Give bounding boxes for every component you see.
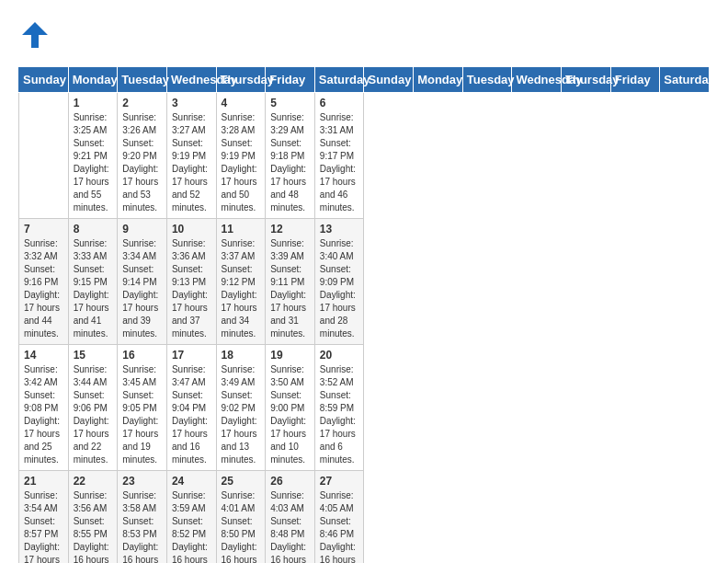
calendar-cell: 17Sunrise: 3:47 AM Sunset: 9:04 PM Dayli…	[166, 345, 216, 471]
day-info: Sunrise: 3:39 AM Sunset: 9:11 PM Dayligh…	[270, 237, 310, 340]
day-info: Sunrise: 3:42 AM Sunset: 9:08 PM Dayligh…	[24, 363, 63, 466]
calendar-cell: 11Sunrise: 3:37 AM Sunset: 9:12 PM Dayli…	[216, 219, 266, 345]
calendar-day-header: Sunday	[19, 67, 69, 93]
day-info: Sunrise: 3:27 AM Sunset: 9:19 PM Dayligh…	[172, 111, 211, 214]
day-info: Sunrise: 3:31 AM Sunset: 9:17 PM Dayligh…	[320, 111, 359, 214]
calendar-cell: 18Sunrise: 3:49 AM Sunset: 9:02 PM Dayli…	[216, 345, 266, 471]
calendar-day-header: Sunday	[364, 67, 414, 93]
calendar-day-header: Thursday	[562, 67, 611, 93]
day-number: 21	[24, 475, 63, 488]
day-number: 8	[74, 223, 113, 236]
day-number: 3	[172, 97, 211, 109]
day-info: Sunrise: 3:25 AM Sunset: 9:21 PM Dayligh…	[74, 111, 113, 214]
day-number: 25	[222, 475, 261, 488]
calendar-cell: 4Sunrise: 3:28 AM Sunset: 9:19 PM Daylig…	[216, 93, 266, 219]
calendar-day-header: Thursday	[216, 67, 266, 93]
day-info: Sunrise: 3:50 AM Sunset: 9:00 PM Dayligh…	[270, 363, 310, 466]
calendar-cell: 3Sunrise: 3:27 AM Sunset: 9:19 PM Daylig…	[166, 93, 216, 219]
calendar-day-header: Monday	[68, 67, 118, 93]
calendar-cell	[19, 93, 69, 219]
calendar-day-header: Wednesday	[512, 67, 562, 93]
day-info: Sunrise: 3:49 AM Sunset: 9:02 PM Dayligh…	[222, 363, 261, 466]
calendar-cell: 23Sunrise: 3:58 AM Sunset: 8:53 PM Dayli…	[118, 471, 167, 564]
day-number: 15	[74, 349, 113, 362]
calendar-cell: 26Sunrise: 4:03 AM Sunset: 8:48 PM Dayli…	[266, 471, 315, 564]
day-info: Sunrise: 3:34 AM Sunset: 9:14 PM Dayligh…	[122, 237, 162, 340]
calendar-day-header: Wednesday	[166, 67, 216, 93]
calendar-day-header: Tuesday	[462, 67, 512, 93]
day-number: 7	[24, 223, 63, 236]
day-number: 5	[270, 97, 310, 109]
day-info: Sunrise: 4:01 AM Sunset: 8:50 PM Dayligh…	[222, 489, 261, 563]
logo-icon	[18, 18, 51, 52]
calendar-day-header: Saturday	[314, 67, 364, 93]
calendar-header-row: SundayMondayTuesdayWednesdayThursdayFrid…	[19, 67, 710, 93]
day-info: Sunrise: 3:59 AM Sunset: 8:52 PM Dayligh…	[172, 489, 211, 563]
day-info: Sunrise: 3:29 AM Sunset: 9:18 PM Dayligh…	[270, 111, 310, 214]
calendar-cell: 7Sunrise: 3:32 AM Sunset: 9:16 PM Daylig…	[19, 219, 69, 345]
calendar-cell: 14Sunrise: 3:42 AM Sunset: 9:08 PM Dayli…	[19, 345, 69, 471]
day-number: 24	[172, 475, 211, 488]
svg-marker-0	[22, 22, 48, 48]
calendar-cell: 8Sunrise: 3:33 AM Sunset: 9:15 PM Daylig…	[68, 219, 118, 345]
day-number: 2	[122, 97, 162, 109]
calendar-cell: 6Sunrise: 3:31 AM Sunset: 9:17 PM Daylig…	[314, 93, 364, 219]
day-info: Sunrise: 3:26 AM Sunset: 9:20 PM Dayligh…	[122, 111, 162, 214]
day-info: Sunrise: 3:47 AM Sunset: 9:04 PM Dayligh…	[172, 363, 211, 466]
day-info: Sunrise: 3:52 AM Sunset: 8:59 PM Dayligh…	[320, 363, 359, 466]
calendar-cell: 12Sunrise: 3:39 AM Sunset: 9:11 PM Dayli…	[266, 219, 315, 345]
calendar-table: SundayMondayTuesdayWednesdayThursdayFrid…	[18, 66, 710, 563]
calendar-cell: 10Sunrise: 3:36 AM Sunset: 9:13 PM Dayli…	[166, 219, 216, 345]
day-info: Sunrise: 3:56 AM Sunset: 8:55 PM Dayligh…	[74, 489, 113, 563]
day-number: 6	[320, 97, 359, 109]
calendar-cell: 16Sunrise: 3:45 AM Sunset: 9:05 PM Dayli…	[118, 345, 167, 471]
day-info: Sunrise: 4:05 AM Sunset: 8:46 PM Dayligh…	[320, 489, 359, 563]
day-number: 23	[122, 475, 162, 488]
day-number: 4	[222, 97, 261, 109]
day-number: 1	[74, 97, 113, 109]
calendar-week-row: 21Sunrise: 3:54 AM Sunset: 8:57 PM Dayli…	[19, 471, 710, 564]
calendar-cell: 21Sunrise: 3:54 AM Sunset: 8:57 PM Dayli…	[19, 471, 69, 564]
calendar-cell: 15Sunrise: 3:44 AM Sunset: 9:06 PM Dayli…	[68, 345, 118, 471]
calendar-week-row: 1Sunrise: 3:25 AM Sunset: 9:21 PM Daylig…	[19, 93, 710, 219]
calendar-week-row: 14Sunrise: 3:42 AM Sunset: 9:08 PM Dayli…	[19, 345, 710, 471]
calendar-day-header: Monday	[414, 67, 463, 93]
day-number: 11	[222, 223, 261, 236]
day-number: 19	[270, 349, 310, 362]
calendar-cell: 27Sunrise: 4:05 AM Sunset: 8:46 PM Dayli…	[314, 471, 364, 564]
calendar-cell: 9Sunrise: 3:34 AM Sunset: 9:14 PM Daylig…	[118, 219, 167, 345]
day-number: 10	[172, 223, 211, 236]
calendar-cell: 25Sunrise: 4:01 AM Sunset: 8:50 PM Dayli…	[216, 471, 266, 564]
calendar-cell: 22Sunrise: 3:56 AM Sunset: 8:55 PM Dayli…	[68, 471, 118, 564]
day-info: Sunrise: 3:44 AM Sunset: 9:06 PM Dayligh…	[74, 363, 113, 466]
day-number: 12	[270, 223, 310, 236]
day-number: 26	[270, 475, 310, 488]
calendar-week-row: 7Sunrise: 3:32 AM Sunset: 9:16 PM Daylig…	[19, 219, 710, 345]
calendar-day-header: Friday	[266, 67, 315, 93]
day-info: Sunrise: 3:37 AM Sunset: 9:12 PM Dayligh…	[222, 237, 261, 340]
day-number: 18	[222, 349, 261, 362]
day-info: Sunrise: 3:33 AM Sunset: 9:15 PM Dayligh…	[74, 237, 113, 340]
day-number: 17	[172, 349, 211, 362]
calendar-cell: 5Sunrise: 3:29 AM Sunset: 9:18 PM Daylig…	[266, 93, 315, 219]
calendar-cell: 13Sunrise: 3:40 AM Sunset: 9:09 PM Dayli…	[314, 219, 364, 345]
day-info: Sunrise: 3:58 AM Sunset: 8:53 PM Dayligh…	[122, 489, 162, 563]
calendar-cell: 20Sunrise: 3:52 AM Sunset: 8:59 PM Dayli…	[314, 345, 364, 471]
calendar-cell: 19Sunrise: 3:50 AM Sunset: 9:00 PM Dayli…	[266, 345, 315, 471]
day-info: Sunrise: 3:32 AM Sunset: 9:16 PM Dayligh…	[24, 237, 63, 340]
day-number: 13	[320, 223, 359, 236]
logo	[18, 18, 57, 52]
day-info: Sunrise: 4:03 AM Sunset: 8:48 PM Dayligh…	[270, 489, 310, 563]
calendar-cell: 1Sunrise: 3:25 AM Sunset: 9:21 PM Daylig…	[68, 93, 118, 219]
calendar-day-header: Tuesday	[118, 67, 167, 93]
day-info: Sunrise: 3:54 AM Sunset: 8:57 PM Dayligh…	[24, 489, 63, 563]
day-number: 20	[320, 349, 359, 362]
day-number: 9	[122, 223, 162, 236]
day-number: 27	[320, 475, 359, 488]
day-info: Sunrise: 3:40 AM Sunset: 9:09 PM Dayligh…	[320, 237, 359, 340]
page-header	[18, 18, 710, 52]
day-number: 14	[24, 349, 63, 362]
day-info: Sunrise: 3:45 AM Sunset: 9:05 PM Dayligh…	[122, 363, 162, 466]
calendar-day-header: Friday	[610, 67, 660, 93]
calendar-cell: 2Sunrise: 3:26 AM Sunset: 9:20 PM Daylig…	[118, 93, 167, 219]
